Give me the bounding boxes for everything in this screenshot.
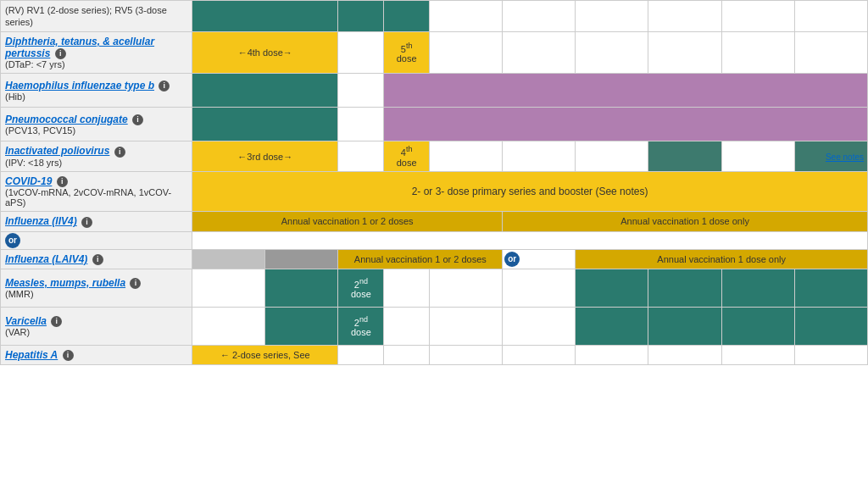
rv-col6 [576, 1, 648, 32]
hepa-info-icon[interactable]: i [63, 350, 74, 361]
ipv-teal [648, 141, 721, 172]
pcv-sub: (PCV13, PCV15) [5, 125, 187, 136]
flu-laiv4-annual2: Annual vaccination 1 dose only [576, 249, 868, 269]
var-dose2: 2nd dose [338, 307, 384, 345]
var-empty1 [192, 307, 265, 345]
mmr-empty3 [430, 269, 503, 307]
flu-laiv4-annual1: Annual vaccination 1 or 2 doses [338, 249, 503, 269]
hib-purple [384, 74, 868, 108]
flu-iiv4-annual2-text: Annual vaccination 1 dose only [620, 216, 749, 226]
covid-info-icon[interactable]: i [57, 176, 68, 187]
vaccine-covid: COVID-19 i (1vCOV-mRNA, 2vCOV-mRNA, 1vCO… [1, 171, 192, 211]
dtap-empty5 [648, 32, 721, 74]
hib-teal1 [192, 74, 338, 108]
ipv-dose4: 4th dose [384, 141, 430, 172]
mmr-empty1 [192, 269, 265, 307]
hepa-text: ← 2-dose series, See [220, 350, 310, 360]
flu-laiv4-gray2 [265, 249, 338, 269]
flu-laiv4-or-cell: or [503, 249, 576, 269]
pcv-purple [384, 108, 868, 141]
var-empty2 [384, 307, 430, 345]
rv-col9 [794, 1, 867, 32]
hib-empty1 [338, 74, 384, 108]
var-info-icon[interactable]: i [51, 316, 62, 327]
mmr-teal2 [576, 269, 648, 307]
ipv-empty2 [430, 141, 503, 172]
dtap-empty1 [338, 32, 384, 74]
dtap-link[interactable]: Diphtheria, tetanus, & acellular pertuss… [5, 36, 154, 59]
ipv-link[interactable]: Inactivated poliovirus [5, 145, 109, 157]
hepa-empty3 [430, 345, 503, 364]
var-teal3 [648, 307, 721, 345]
ipv-see-notes-link[interactable]: See notes [826, 152, 864, 162]
hepa-empty5 [576, 345, 648, 364]
mmr-2nd-sup: nd [359, 277, 368, 286]
var-empty4 [503, 307, 576, 345]
hepa-empty7 [721, 345, 794, 364]
vaccine-flu-iiv4: Influenza (IIV4) i [1, 212, 192, 231]
ipv-info-icon[interactable]: i [114, 147, 125, 158]
hib-link[interactable]: Haemophilus influenzae type b [5, 80, 154, 92]
dtap-info-icon[interactable]: i [55, 48, 66, 59]
vaccine-hepa: Hepatitis A i [1, 345, 192, 364]
flu-iiv4-link[interactable]: Influenza (IIV4) [5, 215, 77, 227]
or-badge: or [5, 233, 20, 248]
mmr-link[interactable]: Measles, mumps, rubella [5, 277, 125, 289]
flu-iiv4-annual2: Annual vaccination 1 dose only [503, 212, 868, 231]
covid-link[interactable]: COVID-19 [5, 175, 52, 187]
pcv-info-icon[interactable]: i [132, 114, 143, 125]
mmr-sub: (MMR) [5, 289, 187, 299]
ipv-empty4 [576, 141, 648, 172]
var-teal4 [721, 307, 794, 345]
mmr-empty4 [503, 269, 576, 307]
dtap-dose5: 5th dose [384, 32, 430, 74]
var-teal1 [265, 307, 338, 345]
hib-info-icon[interactable]: i [159, 80, 170, 92]
or-row-label: or [1, 231, 192, 249]
ipv-dose3: ←3rd dose→ [192, 141, 338, 172]
flu-iiv4-info-icon[interactable]: i [81, 217, 92, 228]
ipv-3rd-label: ←3rd dose→ [237, 152, 292, 162]
mmr-teal1 [265, 269, 338, 307]
hepa-empty8 [794, 345, 867, 364]
vaccine-flu-laiv4: Influenza (LAIV4) i [1, 249, 192, 269]
var-link[interactable]: Varicella [5, 315, 47, 327]
mmr-teal5 [794, 269, 867, 307]
dtap-dose-label: dose [397, 53, 417, 64]
flu-laiv4-link[interactable]: Influenza (LAIV4) [5, 253, 87, 265]
mmr-dose2: 2nd dose [338, 269, 384, 307]
vaccine-var: Varicella i (VAR) [1, 307, 192, 345]
flu-laiv4-annual1-text: Annual vaccination 1 or 2 doses [354, 254, 487, 264]
rv-col2 [338, 1, 384, 32]
hepa-link[interactable]: Hepatitis A [5, 349, 58, 361]
mmr-info-icon[interactable]: i [130, 278, 141, 289]
var-dose-label: dose [351, 327, 371, 337]
hib-sub: (Hib) [5, 92, 187, 102]
flu-laiv4-gray1 [192, 249, 265, 269]
var-teal5 [794, 307, 867, 345]
ipv-see-notes: See notes [794, 141, 867, 172]
var-empty3 [430, 307, 503, 345]
rv-text: (RV) RV1 (2-dose series); RV5 (3-dose se… [5, 5, 167, 27]
pcv-link[interactable]: Pneumococcal conjugate [5, 114, 128, 125]
dtap-4th-label: ←4th dose→ [238, 47, 292, 58]
mmr-empty2 [384, 269, 430, 307]
dtap-empty6 [721, 32, 794, 74]
flu-iiv4-annual1: Annual vaccination 1 or 2 doses [192, 212, 503, 231]
var-2nd-sup: nd [359, 315, 368, 324]
hepa-empty2 [384, 345, 430, 364]
ipv-empty5 [721, 141, 794, 172]
rv-col7 [648, 1, 721, 32]
flu-laiv4-or-badge: or [504, 252, 520, 267]
ipv-sub: (IPV: <18 yrs) [5, 158, 187, 168]
vaccine-dtap: Diphtheria, tetanus, & acellular pertuss… [1, 32, 192, 74]
dtap-empty4 [576, 32, 648, 74]
hepa-2dose: ← 2-dose series, See [192, 345, 338, 364]
rv-col4 [430, 1, 503, 32]
or-separator [192, 231, 868, 249]
flu-laiv4-info-icon[interactable]: i [92, 254, 103, 265]
dtap-empty3 [503, 32, 576, 74]
dtap-empty7 [794, 32, 867, 74]
dtap-dose4: ←4th dose→ [192, 32, 338, 74]
hepa-empty6 [648, 345, 721, 364]
